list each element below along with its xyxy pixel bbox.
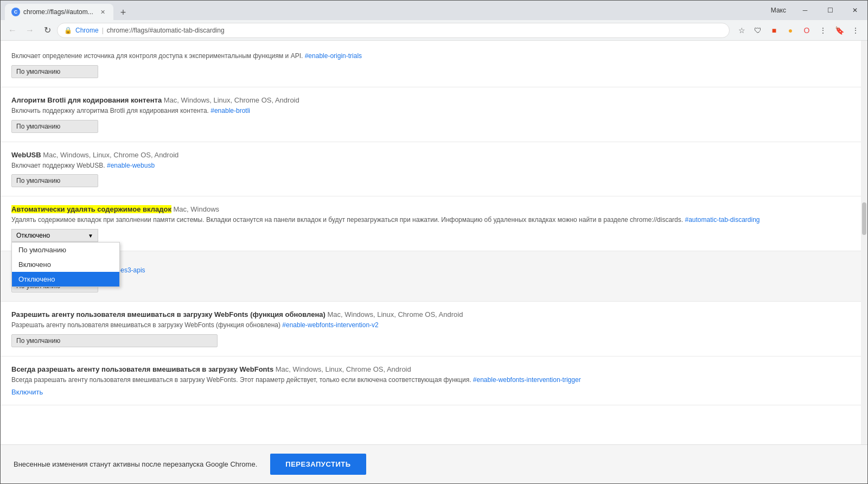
- flag-platforms-brotli: Mac, Windows, Linux, Chrome OS, Android: [164, 96, 299, 104]
- flag-title-wrap-webgl: ws, Linux, Chrome OS, Android: [11, 256, 850, 264]
- dropdown-arrow-discarding: ▼: [88, 233, 93, 239]
- dropdown-item-disabled[interactable]: Отключено: [12, 272, 119, 286]
- flag-item-webgl-partial: ws, Linux, Chrome OS, Android ениям дост…: [1, 251, 861, 302]
- flag-select-wrap-webgl: По умолчанию Включено Отключено: [11, 279, 850, 292]
- browser-tab[interactable]: C chrome://flags/#autom... ✕: [5, 4, 113, 20]
- flag-platforms-webusb: Mac, Windows, Linux, Chrome OS, Android: [43, 151, 178, 159]
- more-icon[interactable]: ⋮: [848, 23, 863, 38]
- close-button[interactable]: ✕: [843, 1, 867, 20]
- flag-title-brotli: Алгоритм Brotli для кодирования контента: [11, 96, 162, 104]
- dropdown-item-enabled[interactable]: Включено: [12, 257, 119, 272]
- flag-link-webusb[interactable]: #enable-webusb: [107, 162, 155, 169]
- extension2-icon[interactable]: ■: [767, 23, 782, 38]
- flag-title-discarding: Автоматически удалять содержимое вкладок: [11, 205, 171, 213]
- flag-select-wrap-webfonts-v2: По умолчанию Включено Отключено: [11, 334, 850, 347]
- flag-select-origin-trials[interactable]: По умолчанию Включено Отключено: [11, 65, 98, 78]
- back-button[interactable]: ←: [5, 23, 20, 38]
- flag-title-webusb: WebUSB: [11, 151, 41, 159]
- scrollbar-thumb[interactable]: [862, 202, 866, 235]
- dropdown-trigger-discarding[interactable]: Отключено ▼: [11, 229, 98, 242]
- title-bar: C chrome://flags/#autom... ✕ + Макс ─ ☐ …: [1, 1, 867, 20]
- flag-desc-brotli: Включить поддержку алгоритма Brotli для …: [11, 106, 850, 116]
- flag-action-wrap: Включить: [11, 388, 850, 396]
- flag-title-wrap: Алгоритм Brotli для кодирования контента…: [11, 96, 850, 104]
- forward-button[interactable]: →: [22, 23, 37, 38]
- tab-title: chrome://flags/#autom...: [23, 8, 93, 16]
- flag-desc-discarding: Удалять содержимое вкладок при заполнени…: [11, 215, 850, 225]
- flag-link-discarding[interactable]: #automatic-tab-discarding: [685, 216, 760, 224]
- extension4-icon[interactable]: O: [799, 23, 814, 38]
- maximize-button[interactable]: ☐: [818, 1, 843, 20]
- flag-dropdown-wrap-discarding: Отключено ▼ По умолчанию Включено Отключ…: [11, 229, 98, 242]
- flag-link-webfonts-trigger[interactable]: #enable-webfonts-intervention-trigger: [473, 376, 581, 384]
- flag-desc-webusb: Включает поддержку WebUSB. #enable-webus…: [11, 161, 850, 170]
- address-separator: |: [102, 27, 104, 34]
- extension3-icon[interactable]: ●: [783, 23, 798, 38]
- browser-window: C chrome://flags/#autom... ✕ + Макс ─ ☐ …: [0, 0, 868, 484]
- flag-item-origin-trials: Включает определение источника для контр…: [1, 41, 861, 87]
- flag-description: Включает определение источника для контр…: [11, 52, 850, 61]
- extension5-icon[interactable]: ⋮: [815, 23, 831, 38]
- flag-title-wrap-webfonts-trigger: Всегда разрешать агенту пользователя вме…: [11, 365, 850, 373]
- minimize-button[interactable]: ─: [793, 1, 818, 20]
- dropdown-menu-discarding: По умолчанию Включено Отключено: [11, 242, 120, 287]
- flag-item-webfonts-trigger: Всегда разрешать агенту пользователя вме…: [1, 356, 861, 405]
- flag-link-origin-trials[interactable]: #enable-origin-trials: [305, 52, 362, 60]
- flag-select-brotli[interactable]: По умолчанию Включено Отключено: [11, 120, 98, 133]
- flag-title-webfonts-v2: Разрешить агенту пользователя вмешиватьс…: [11, 310, 326, 319]
- tab-favicon: C: [11, 8, 20, 16]
- address-bar[interactable]: 🔒 Chrome | chrome://flags/#automatic-tab…: [57, 23, 730, 38]
- flag-select-webfonts-v2[interactable]: По умолчанию Включено Отключено: [11, 334, 218, 347]
- flag-select-webusb[interactable]: По умолчанию Включено Отключено: [11, 174, 98, 187]
- flag-item-brotli: Алгоритм Brotli для кодирования контента…: [1, 87, 861, 142]
- flag-title-webfonts-trigger: Всегда разрешать агенту пользователя вме…: [11, 365, 273, 373]
- user-name: Макс: [764, 7, 793, 14]
- dropdown-current-value: Отключено: [16, 232, 50, 239]
- flag-select-wrap: По умолчанию Включено Отключено: [11, 65, 850, 78]
- flag-action-enable[interactable]: Включить: [11, 388, 43, 396]
- bookmark-icon[interactable]: 🔖: [832, 23, 847, 38]
- flag-title-wrap-webusb: WebUSB Mac, Windows, Linux, Chrome OS, A…: [11, 151, 850, 159]
- bookmark-star-icon[interactable]: ☆: [734, 23, 749, 38]
- flags-page: Включает определение источника для контр…: [1, 41, 867, 444]
- flag-select-wrap-webusb: По умолчанию Включено Отключено: [11, 174, 850, 187]
- flag-desc-webfonts-v2: Разрешать агенту пользователя вмешиватьс…: [11, 321, 850, 330]
- flag-item-tab-discarding: Автоматически удалять содержимое вкладок…: [1, 196, 861, 251]
- dropdown-item-default[interactable]: По умолчанию: [12, 243, 119, 257]
- scrollbar-track[interactable]: [861, 41, 867, 444]
- flag-desc-webfonts-trigger: Всегда разрешать агенту пользователя вме…: [11, 375, 850, 385]
- tab-close-button[interactable]: ✕: [98, 8, 107, 16]
- address-text[interactable]: chrome://flags/#automatic-tab-discarding: [107, 27, 723, 34]
- content-area: Включает определение источника для контр…: [1, 41, 867, 483]
- flag-item-webfonts-v2: Разрешить агенту пользователя вмешиватьс…: [1, 302, 861, 356]
- flag-item-webusb: WebUSB Mac, Windows, Linux, Chrome OS, A…: [1, 142, 861, 197]
- title-bar-controls: Макс ─ ☐ ✕: [764, 1, 867, 20]
- chrome-label: Chrome: [75, 27, 99, 34]
- reload-button[interactable]: ↻: [40, 23, 55, 38]
- nav-icons: ☆ 🛡 ■ ● O ⋮ 🔖 ⋮: [734, 23, 863, 38]
- flag-title-wrap-webfonts-v2: Разрешить агенту пользователя вмешиватьс…: [11, 310, 850, 319]
- new-tab-button[interactable]: +: [116, 5, 131, 20]
- flag-link-brotli[interactable]: #enable-brotli: [210, 107, 250, 114]
- nav-bar: ← → ↻ 🔒 Chrome | chrome://flags/#automat…: [1, 20, 867, 41]
- flag-platforms-webfonts-v2: Mac, Windows, Linux, Chrome OS, Android: [327, 310, 463, 319]
- flags-list: Включает определение источника для контр…: [1, 41, 861, 444]
- flag-platforms-discarding: Mac, Windows: [174, 205, 220, 213]
- flag-desc-webgl: ениям доступ к WebGL 2.0. #enable-es3-ap…: [11, 266, 850, 275]
- dropdown-open: Отключено ▼ По умолчанию Включено Отключ…: [11, 229, 98, 242]
- secure-icon: 🔒: [64, 27, 72, 34]
- notification-bar: Внесенные изменения станут активны после…: [1, 444, 867, 483]
- extension1-icon[interactable]: 🛡: [750, 23, 765, 38]
- flag-link-webfonts-v2[interactable]: #enable-webfonts-intervention-v2: [282, 321, 378, 329]
- restart-button[interactable]: ПЕРЕЗАПУСТИТЬ: [270, 454, 366, 475]
- flag-title-wrap-discarding: Автоматически удалять содержимое вкладок…: [11, 205, 850, 213]
- flag-platforms-webfonts-trigger: Mac, Windows, Linux, Chrome OS, Android: [276, 365, 411, 373]
- notification-message: Внесенные изменения станут активны после…: [14, 460, 257, 468]
- flag-select-wrap-brotli: По умолчанию Включено Отключено: [11, 120, 850, 133]
